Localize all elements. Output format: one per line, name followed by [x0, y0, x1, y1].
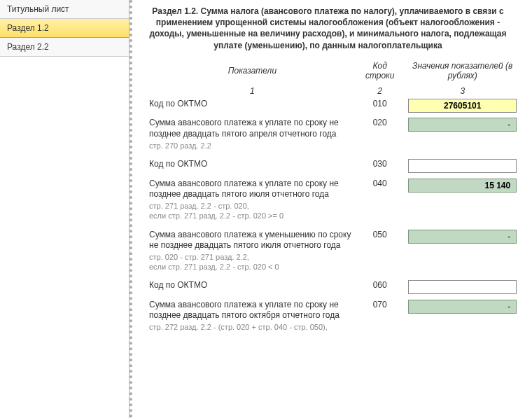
table-row: Код по ОКТМО 060 — [146, 277, 524, 297]
sidebar-item-section-1-2[interactable]: Раздел 1.2 — [0, 19, 129, 38]
row-code: 030 — [358, 156, 402, 176]
row-code: 060 — [358, 277, 402, 297]
table-row: Сумма авансового платежа к уплате по сро… — [146, 176, 524, 227]
sidebar-item-label: Раздел 2.2 — [7, 42, 49, 52]
row-label: Код по ОКТМО — [149, 99, 356, 110]
column-number-2: 2 — [358, 83, 402, 96]
table-row: Сумма авансового платежа к уплате по сро… — [146, 115, 524, 156]
row-code: 070 — [358, 297, 402, 338]
row-label: Сумма авансового платежа к уплате по сро… — [149, 300, 356, 321]
row-label: Сумма авансового платежа к уплате по сро… — [149, 118, 356, 139]
sidebar-item-title-page[interactable]: Титульный лист — [0, 0, 129, 19]
value-input-020[interactable] — [408, 118, 517, 132]
table-row: Сумма авансового платежа к уменьшению по… — [146, 227, 524, 278]
row-subnote: стр. 272 разд. 2.2 - (стр. 020 + стр. 04… — [149, 323, 356, 333]
column-number-1: 1 — [146, 83, 358, 96]
row-label: Сумма авансового платежа к уплате по сро… — [149, 179, 356, 200]
column-header-indicator: Показатели — [146, 58, 358, 83]
row-subnote: стр. 020 - стр. 271 разд. 2.2, если стр.… — [149, 253, 356, 272]
table-row: Сумма авансового платежа к уплате по сро… — [146, 297, 524, 338]
row-code: 010 — [358, 96, 402, 116]
row-label: Код по ОКТМО — [149, 159, 356, 170]
section-title: Раздел 1.2. Сумма налога (авансового пла… — [146, 6, 524, 51]
value-input-070[interactable] — [408, 300, 517, 314]
row-code: 020 — [358, 115, 402, 156]
value-input-oktmo-030[interactable] — [408, 159, 517, 173]
row-code: 050 — [358, 227, 402, 278]
value-input-050[interactable] — [408, 230, 517, 244]
value-input-oktmo-010[interactable] — [408, 99, 517, 113]
sidebar-item-label: Раздел 1.2 — [7, 23, 49, 33]
column-header-value: Значения показателей (в рублях) — [401, 58, 524, 83]
value-input-oktmo-060[interactable] — [408, 280, 517, 294]
sidebar-item-section-2-2[interactable]: Раздел 2.2 — [0, 38, 129, 57]
form-content: Раздел 1.2. Сумма налога (авансового пла… — [130, 0, 532, 418]
row-label: Код по ОКТМО — [149, 280, 356, 291]
sidebar-item-label: Титульный лист — [7, 4, 69, 14]
row-label: Сумма авансового платежа к уменьшению по… — [149, 230, 356, 251]
row-subnote: стр. 271 разд. 2.2 - стр. 020, если стр.… — [149, 202, 356, 221]
column-header-code: Код строки — [358, 58, 402, 83]
row-code: 040 — [358, 176, 402, 227]
column-number-3: 3 — [401, 83, 524, 96]
sidebar: Титульный лист Раздел 1.2 Раздел 2.2 — [0, 0, 130, 418]
value-input-040[interactable] — [408, 179, 517, 193]
table-row: Код по ОКТМО 010 — [146, 96, 524, 116]
row-subnote: стр. 270 разд. 2.2 — [149, 141, 356, 151]
form-table: Показатели Код строки Значения показател… — [146, 58, 524, 338]
table-row: Код по ОКТМО 030 — [146, 156, 524, 176]
